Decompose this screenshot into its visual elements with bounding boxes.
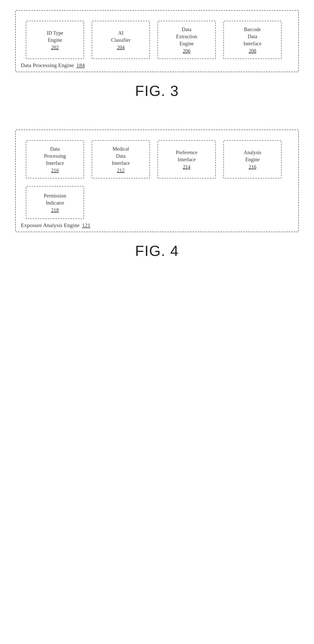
- analysis-engine-label: AnalysisEngine: [244, 149, 261, 163]
- data-processing-engine-box: ID TypeEngine 202 AIClassifier 204 DataE…: [15, 10, 299, 72]
- exposure-analysis-engine-text: Exposure Analysis Engine: [21, 222, 80, 228]
- medical-data-interface-box: MedicalDataInterface 212: [92, 140, 150, 178]
- id-type-engine-label: ID TypeEngine: [47, 29, 63, 44]
- id-type-engine-ref: 202: [51, 45, 59, 50]
- fig4-components-grid: DataProcessingInterface 210 MedicalDataI…: [26, 140, 288, 219]
- exposure-analysis-engine-box: DataProcessingInterface 210 MedicalDataI…: [15, 130, 299, 232]
- figure-3-container: ID TypeEngine 202 AIClassifier 204 DataE…: [15, 10, 299, 99]
- preference-interface-ref: 214: [183, 164, 190, 170]
- permission-indicator-label: PermissionIndicator: [44, 192, 66, 206]
- fig3-components-grid: ID TypeEngine 202 AIClassifier 204 DataE…: [26, 21, 288, 59]
- fig3-label: FIG. 3: [135, 82, 179, 99]
- data-processing-interface-label: DataProcessingInterface: [44, 145, 66, 167]
- medical-data-interface-label: MedicalDataInterface: [112, 145, 130, 167]
- preference-interface-label: PreferenceInterface: [176, 149, 198, 163]
- data-processing-interface-ref: 210: [51, 168, 59, 173]
- data-extraction-engine-ref: 206: [183, 48, 190, 54]
- analysis-engine-ref: 216: [249, 164, 256, 170]
- data-processing-engine-label: Data Processing Engine 184: [21, 62, 85, 69]
- preference-interface-box: PreferenceInterface 214: [158, 140, 216, 178]
- ai-classifier-ref: 204: [117, 45, 125, 50]
- data-processing-interface-box: DataProcessingInterface 210: [26, 140, 84, 178]
- data-processing-engine-text: Data Processing Engine: [21, 62, 74, 68]
- ai-classifier-label: AIClassifier: [111, 29, 131, 44]
- data-extraction-engine-box: DataExtractionEngine 206: [158, 21, 216, 59]
- permission-indicator-box: PermissionIndicator 218: [26, 186, 84, 219]
- exposure-analysis-engine-ref: 121: [82, 222, 90, 228]
- ai-classifier-box: AIClassifier 204: [92, 21, 150, 59]
- fig4-label: FIG. 4: [135, 242, 179, 259]
- medical-data-interface-ref: 212: [117, 168, 125, 173]
- id-type-engine-box: ID TypeEngine 202: [26, 21, 84, 59]
- data-processing-engine-ref: 184: [76, 62, 85, 68]
- barcode-data-interface-box: BarcodeDataInterface 208: [223, 21, 282, 59]
- data-extraction-engine-label: DataExtractionEngine: [176, 26, 197, 47]
- permission-indicator-ref: 218: [51, 207, 59, 213]
- exposure-analysis-engine-label: Exposure Analysis Engine 121: [21, 222, 90, 229]
- analysis-engine-box: AnalysisEngine 216: [223, 140, 282, 178]
- barcode-data-interface-label: BarcodeDataInterface: [243, 26, 261, 47]
- figure-4-container: DataProcessingInterface 210 MedicalDataI…: [15, 130, 299, 259]
- barcode-data-interface-ref: 208: [249, 48, 256, 54]
